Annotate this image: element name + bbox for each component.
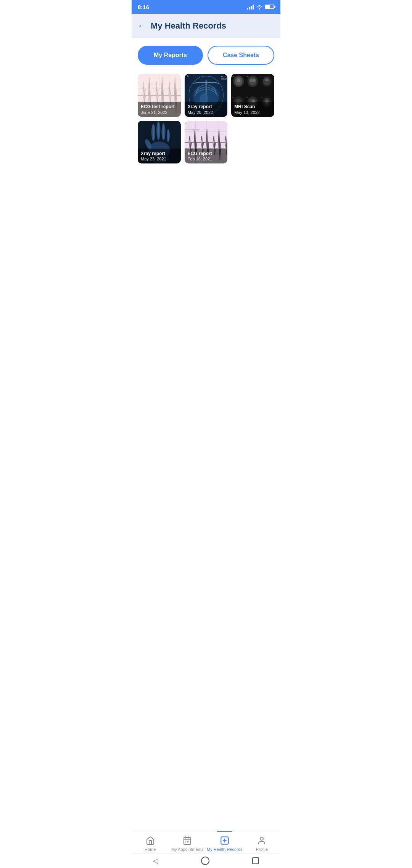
case-sheets-tab[interactable]: Case Sheets (208, 46, 274, 65)
svg-point-42 (158, 122, 159, 139)
svg-text:B: B (247, 75, 248, 77)
svg-text:R: R (187, 75, 188, 78)
svg-point-12 (237, 78, 240, 82)
report-date-ecg-2: Feb 18, 2021 (188, 157, 225, 161)
report-name-xray-1: Xray report (188, 104, 225, 110)
svg-point-44 (167, 130, 169, 141)
header: ← My Health Records (132, 14, 280, 38)
svg-text:DUAL ENERGY: DUAL ENERGY (221, 75, 227, 78)
report-date-mri-1: May 13, 2022 (234, 110, 271, 115)
report-label-xray-2: Xray report May 23, 2021 (138, 149, 181, 164)
report-label-mri-1: MRI Scan May 13, 2022 (231, 102, 274, 117)
report-date-xray-2: May 23, 2021 (141, 157, 178, 161)
svg-point-41 (153, 125, 154, 140)
svg-point-43 (163, 124, 164, 139)
svg-text:C: C (261, 75, 262, 77)
page-title: My Health Records (151, 21, 226, 31)
report-card-xray-1[interactable]: R DUAL ENERGY CHEST RADIOGRAPH Xray repo… (185, 74, 228, 117)
svg-point-16 (250, 79, 253, 82)
report-name-ecg-2: ECG report (188, 151, 225, 157)
report-name-ecg-1: ECG test report (141, 104, 178, 110)
report-name-xray-2: Xray report (141, 151, 178, 157)
status-icons (247, 4, 274, 10)
my-reports-tab[interactable]: My Reports (138, 46, 203, 65)
svg-text:A: A (233, 75, 234, 77)
svg-point-17 (253, 79, 256, 82)
svg-text:0.04 seconds per little box: 0.04 seconds per little box (185, 129, 201, 130)
report-card-ecg-2[interactable]: V1 0.04 seconds per little box ECG repor… (185, 121, 228, 164)
svg-text:E: E (247, 96, 248, 98)
svg-text:D: D (233, 96, 234, 98)
status-time: 8:16 (138, 4, 149, 10)
report-label-ecg-2: ECG report Feb 18, 2021 (185, 149, 228, 164)
battery-icon (265, 5, 274, 9)
reports-grid: ECG test report June 21, 2022 (132, 71, 280, 167)
svg-text:F: F (261, 96, 262, 98)
tab-section: My Reports Case Sheets (132, 38, 280, 71)
report-date-ecg-1: June 21, 2022 (141, 110, 178, 115)
svg-point-21 (265, 78, 269, 81)
report-card-ecg-1[interactable]: ECG test report June 21, 2022 (138, 74, 181, 117)
report-name-mri-1: MRI Scan (234, 104, 271, 110)
report-card-xray-2[interactable]: Xray report May 23, 2021 (138, 121, 181, 164)
svg-text:V1: V1 (185, 123, 188, 125)
svg-point-15 (249, 77, 257, 85)
wifi-icon (256, 4, 263, 10)
back-button[interactable]: ← (138, 22, 146, 30)
report-card-mri-1[interactable]: A B C D E F MRI Scan May 13, 2022 (231, 74, 274, 117)
report-label-ecg-1: ECG test report June 21, 2022 (138, 102, 181, 117)
svg-text:CHEST RADIOGRAPH: CHEST RADIOGRAPH (221, 78, 227, 80)
report-label-xray-1: Xray report May 20, 2022 (185, 102, 228, 117)
status-bar: 8:16 (132, 0, 280, 14)
signal-icon (247, 4, 254, 10)
report-date-xray-1: May 20, 2022 (188, 110, 225, 115)
